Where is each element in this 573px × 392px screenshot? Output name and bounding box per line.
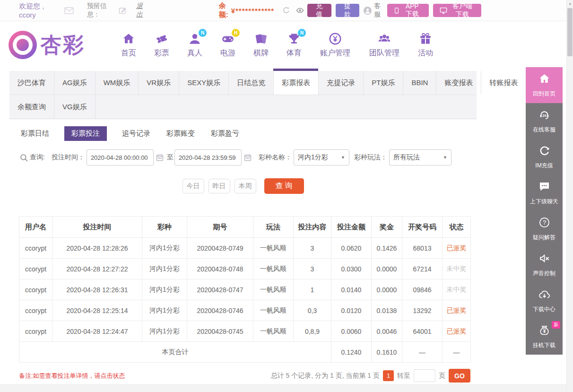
im-icon xyxy=(538,144,551,158)
side-nav-item[interactable]: 下载中心 xyxy=(526,283,563,319)
nav-badge: H xyxy=(232,29,240,37)
table-cell: 河内1分彩 xyxy=(142,238,187,259)
search-icon xyxy=(20,154,28,162)
subtab-item[interactable]: 彩票盈亏 xyxy=(210,126,240,141)
main-nav-item[interactable]: 团队管理 xyxy=(360,32,409,58)
tab-item[interactable]: PT娱乐 xyxy=(364,71,403,95)
side-nav-item[interactable]: 声音控制 xyxy=(526,247,563,283)
play-type-select[interactable]: 所有玩法 ▼ xyxy=(389,149,451,166)
side-nav-item[interactable]: ?疑问解答 xyxy=(526,211,563,247)
lottery-name-select[interactable]: 河内1分彩 ▼ xyxy=(294,149,349,166)
scroll-up-arrow-icon[interactable]: ▲ xyxy=(568,1,572,6)
nav-label: 团队管理 xyxy=(369,48,399,58)
calendar-icon[interactable] xyxy=(244,154,252,161)
status-link[interactable]: 已派奖 xyxy=(447,244,467,252)
ticket-icon xyxy=(155,32,169,46)
side-nav-item[interactable]: 上下级聊天 xyxy=(526,175,563,211)
scrollbar-thumb[interactable] xyxy=(567,8,573,56)
question-icon: ? xyxy=(538,216,551,230)
tab-item[interactable]: BBIN xyxy=(403,71,436,95)
main-nav-item[interactable]: N真人 xyxy=(178,32,211,58)
mail-icon[interactable] xyxy=(64,7,74,15)
current-page-button[interactable]: 1 xyxy=(383,370,394,381)
side-nav-item[interactable]: IM充值 xyxy=(526,139,563,175)
status-link[interactable]: 未中奖 xyxy=(447,286,467,293)
status-link[interactable]: 未中奖 xyxy=(447,265,467,272)
recharge-button[interactable]: 充值 xyxy=(307,4,331,17)
tab-item[interactable]: 余额查询 xyxy=(9,95,54,119)
table-cell: 2020-04-28 12:26:31 xyxy=(52,279,142,300)
this-week-button[interactable]: 本周 xyxy=(234,179,256,193)
tab-item[interactable]: 彩票报表 xyxy=(274,71,319,95)
main-nav-item[interactable]: 账户管理 xyxy=(311,32,360,58)
table-cell: 0.0620 xyxy=(331,238,372,259)
tab-item[interactable]: 日结总览 xyxy=(229,71,274,95)
customer-service-link[interactable]: 客服 xyxy=(364,2,382,19)
main-nav-item[interactable]: 棋牌 xyxy=(244,32,278,58)
nav-label: 彩票 xyxy=(154,48,169,58)
subtab-item[interactable]: 追号记录 xyxy=(121,126,151,141)
today-button[interactable]: 今日 xyxy=(182,179,204,193)
horizontal-scrollbar[interactable] xyxy=(0,384,566,392)
table-row: ccorypt2020-04-28 12:24:47河内1分彩20200428-… xyxy=(19,321,471,342)
yesterday-button[interactable]: 昨日 xyxy=(208,179,230,193)
site-logo[interactable]: 杏彩 xyxy=(9,31,105,59)
subtab-item[interactable]: 彩票投注 xyxy=(64,126,107,141)
withdraw-button[interactable]: 提款 xyxy=(336,4,360,17)
app-download-button[interactable]: APP下载 xyxy=(387,4,429,17)
gamepad-icon: H xyxy=(221,32,235,46)
end-time-input[interactable] xyxy=(174,149,242,166)
go-button[interactable]: GO xyxy=(449,369,470,383)
svg-text:¥: ¥ xyxy=(543,329,546,334)
client-download-button[interactable]: 客户端下载 xyxy=(433,4,481,17)
tab-item[interactable]: WM娱乐 xyxy=(96,71,139,95)
side-nav-item[interactable]: ¥挂机下载新 xyxy=(526,319,563,355)
total-prize: 0.1610 xyxy=(372,342,402,363)
side-nav-item[interactable]: 24在线客服 xyxy=(526,103,563,139)
subtab-item[interactable]: 彩票账变 xyxy=(165,126,196,141)
table-cell: 河内1分彩 xyxy=(142,321,187,342)
vertical-scrollbar[interactable]: ▲ xyxy=(566,0,573,392)
home-icon xyxy=(122,32,136,46)
main-nav-item[interactable]: H电游 xyxy=(211,32,244,58)
main-nav-item[interactable]: N体育 xyxy=(278,32,311,58)
tab-item[interactable]: VG娱乐 xyxy=(54,95,96,119)
eye-icon[interactable] xyxy=(295,7,304,14)
cards-icon xyxy=(254,32,268,46)
tab-item[interactable]: 充提记录 xyxy=(319,71,364,95)
tab-item[interactable]: 转账报表 xyxy=(481,71,526,95)
main-nav-item[interactable]: 彩票 xyxy=(145,32,178,58)
tab-item[interactable]: VR娱乐 xyxy=(139,71,179,95)
subtab-item[interactable]: 彩票日结 xyxy=(20,126,50,141)
tab-row-1: 沙巴体育AG娱乐WM娱乐VR娱乐SEXY娱乐日结总览彩票报表充提记录PT娱乐BB… xyxy=(9,71,477,95)
table-header-cell: 期号 xyxy=(187,217,253,238)
table-cell: 1 xyxy=(294,279,331,300)
main-nav-item[interactable]: 首页 xyxy=(112,32,145,58)
tab-item[interactable]: SEXY娱乐 xyxy=(179,71,229,95)
search-button[interactable]: 查 询 xyxy=(264,178,304,194)
table-cell: 3 xyxy=(294,259,331,279)
nav-label: 真人 xyxy=(187,48,202,58)
tab-item[interactable]: 沙巴体育 xyxy=(9,71,54,95)
table-header-cell: 彩种 xyxy=(142,217,187,238)
tab-item[interactable]: 账变报表 xyxy=(436,71,481,95)
start-time-input[interactable] xyxy=(87,149,154,166)
goto-page-input[interactable] xyxy=(414,369,435,382)
status-link[interactable]: 已派奖 xyxy=(447,327,467,335)
topbar-buttons: 充值 提款 客服 APP下载 客户端下载 xyxy=(307,2,481,19)
total-dash: — xyxy=(402,342,443,363)
service-label: 客服 xyxy=(374,2,382,19)
main-nav-item[interactable]: 活动 xyxy=(409,32,442,58)
table-cell: 已派奖 xyxy=(443,321,471,342)
status-link[interactable]: 已派奖 xyxy=(447,306,467,314)
calendar-icon[interactable] xyxy=(156,154,164,161)
main-content: 沙巴体育AG娱乐WM娱乐VR娱乐SEXY娱乐日结总览彩票报表充提记录PT娱乐BB… xyxy=(9,71,477,383)
logout-link[interactable]: 退出 xyxy=(136,2,148,19)
client-download-label: 客户端下载 xyxy=(450,2,475,19)
reserved-info-label: 预留信息： xyxy=(87,2,116,19)
refresh-icon[interactable] xyxy=(282,7,290,15)
nav-badge: N xyxy=(199,29,207,37)
edit-icon[interactable] xyxy=(119,7,127,15)
tab-item[interactable]: AG娱乐 xyxy=(54,71,96,95)
side-nav-item[interactable]: 回到首页 xyxy=(526,67,563,103)
